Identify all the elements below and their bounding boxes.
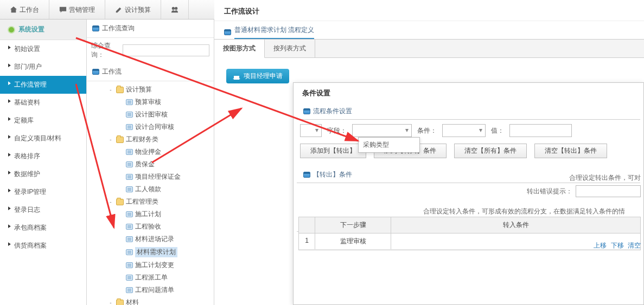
tree-node[interactable]: 工人领款 — [87, 183, 214, 196]
nav-design-budget[interactable]: 设计预算 — [105, 0, 161, 19]
col-in-condition: 转入条件 — [391, 217, 640, 233]
tree-node-label: 工程管理类 — [126, 197, 158, 206]
home-icon — [233, 73, 240, 80]
search-input[interactable] — [123, 44, 209, 56]
file-icon — [126, 161, 133, 167]
tree-node-label: 施工计划变更 — [135, 261, 174, 270]
tree-panel: 工作流查询 综合查询： 工作流 -设计预算预算审核设计图审核设计合同审核-工程财… — [87, 20, 214, 305]
field-dropdown[interactable] — [352, 124, 412, 137]
tree-node[interactable]: 项目经理保证金 — [87, 171, 214, 183]
tree-node-label: 工人领款 — [135, 185, 161, 194]
toggle-icon[interactable]: - — [107, 199, 114, 205]
sidebar-item[interactable]: 数据维护 — [0, 165, 86, 183]
window-icon — [92, 25, 99, 31]
tree-node[interactable]: 材料需求计划 — [87, 245, 214, 259]
dot-icon — [8, 26, 15, 34]
move-up-link[interactable]: 上移 — [594, 242, 607, 249]
window-icon — [303, 108, 310, 114]
tab-list-mode[interactable]: 按列表方式 — [265, 40, 315, 57]
tree-node[interactable]: -材料 — [87, 296, 214, 305]
tree-node-label: 预算审核 — [135, 98, 161, 107]
tree-node[interactable]: -工程管理类 — [87, 196, 214, 208]
nav-marketing[interactable]: 营销管理 — [49, 0, 105, 19]
tree-node-label: 材料需求计划 — [135, 247, 177, 257]
field-label: 字段： — [327, 126, 347, 135]
tree-node[interactable]: 工程派工单 — [87, 271, 214, 284]
tree-node[interactable]: 材料进场记录 — [87, 233, 214, 245]
tree-node[interactable]: -工程财务类 — [87, 133, 214, 146]
condition-dropdown[interactable] — [442, 124, 486, 137]
sidebar-item[interactable]: 自定义项目/材料 — [0, 129, 86, 147]
file-icon — [126, 174, 133, 180]
in-hint: 合理设定转入条件，可形成有效的流程分支，在数据满足转入条件的情 — [423, 207, 641, 216]
tree-node[interactable]: 施工计划变更 — [87, 259, 214, 271]
tree-node-label: 工程派工单 — [135, 273, 168, 282]
tree-node-label: 材料 — [126, 298, 139, 305]
window-icon — [92, 69, 99, 75]
operator-dropdown[interactable] — [300, 124, 322, 137]
tab-graph-mode[interactable]: 按图形方式 — [214, 40, 265, 58]
window-icon — [303, 172, 310, 178]
nav-more[interactable] — [161, 0, 189, 19]
row-actions: 上移 下移 清空 — [591, 241, 641, 250]
breadcrumb: 普通材料需求计划 流程定义 — [214, 21, 644, 40]
users-icon — [171, 6, 178, 14]
field-dropdown-popup: 采购类型 — [358, 137, 420, 153]
tree-node[interactable]: 工程验收 — [87, 220, 214, 233]
move-down-link[interactable]: 下移 — [611, 242, 624, 249]
folder-icon — [116, 300, 124, 306]
sidebar-item[interactable]: 表格排序 — [0, 147, 86, 165]
tree-node-label: 设计预算 — [126, 85, 152, 94]
sidebar-item[interactable]: 定额库 — [0, 112, 86, 129]
value-label: 值： — [491, 126, 504, 135]
flow-node-button[interactable]: 项目经理申请 — [226, 69, 289, 83]
table-row[interactable]: 1 监理审核 — [299, 233, 640, 250]
button-row: 添加到【转出】 加到【转入】条件 清空【所有】条件 清空【转出】条件 — [294, 141, 643, 164]
sidebar-item[interactable]: 登录IP管理 — [0, 183, 86, 201]
dropdown-option[interactable]: 采购类型 — [359, 138, 419, 152]
workflow-tree[interactable]: -设计预算预算审核设计图审核设计合同审核-工程财务类物业押金质保金项目经理保证金… — [87, 81, 214, 305]
clear-out-button[interactable]: 清空【转出】条件 — [534, 144, 607, 158]
error-hint-input[interactable] — [576, 185, 641, 197]
tree-node[interactable]: 预算审核 — [87, 96, 214, 108]
next-step-table: 下一步骤 转入条件 1 监理审核 — [298, 217, 641, 250]
value-input[interactable] — [509, 124, 572, 137]
tree-node[interactable]: 工程问题清单 — [87, 284, 214, 296]
clear-link[interactable]: 清空 — [628, 242, 641, 249]
tree-node-label: 工程验收 — [135, 222, 161, 231]
sidebar-item[interactable]: 承包商档案 — [0, 219, 86, 237]
nav-workbench[interactable]: 工作台 — [0, 0, 49, 19]
search-row: 综合查询： — [87, 38, 214, 63]
tree-node[interactable]: 设计合同审核 — [87, 121, 214, 133]
query-title: 工作流查询 — [87, 20, 214, 38]
dialog-section-title: 流程条件设置 — [297, 103, 640, 120]
tree-node[interactable]: 物业押金 — [87, 146, 214, 158]
tree-node[interactable]: -设计预算 — [87, 83, 214, 96]
sidebar-item[interactable]: 供货商档案 — [0, 237, 86, 255]
tree-node-label: 物业押金 — [135, 147, 161, 157]
col-next-step: 下一步骤 — [315, 217, 391, 233]
svg-point-0 — [172, 7, 175, 9]
tree-title: 工作流 — [87, 63, 214, 81]
tree-node[interactable]: 质保金 — [87, 158, 214, 171]
folder-icon — [116, 199, 124, 205]
toggle-icon[interactable]: - — [107, 87, 114, 93]
file-icon — [126, 149, 133, 155]
sidebar-item[interactable]: 工作流管理 — [0, 76, 86, 94]
out-hint: 合理设定转出条件，可对 — [569, 173, 641, 183]
window-title: 工作流设计 — [214, 1, 644, 21]
condition-label: 条件： — [417, 126, 437, 135]
tree-node[interactable]: 施工计划 — [87, 208, 214, 220]
sidebar-item[interactable]: 基础资料 — [0, 94, 86, 112]
sidebar-item[interactable]: 登录日志 — [0, 201, 86, 219]
toggle-icon[interactable]: - — [107, 137, 114, 142]
tree-node-label: 设计合同审核 — [135, 122, 174, 132]
add-to-out-button[interactable]: 添加到【转出】 — [300, 144, 366, 158]
sidebar: 系统设置 初始设置部门/用户工作流管理基础资料定额库自定义项目/材料表格排序数据… — [0, 20, 87, 305]
toggle-icon[interactable]: - — [107, 300, 114, 305]
sidebar-item[interactable]: 初始设置 — [0, 40, 86, 58]
sidebar-item[interactable]: 部门/用户 — [0, 58, 86, 76]
clear-all-button[interactable]: 清空【所有】条件 — [454, 144, 527, 158]
file-icon — [126, 249, 133, 255]
tree-node[interactable]: 设计图审核 — [87, 108, 214, 121]
